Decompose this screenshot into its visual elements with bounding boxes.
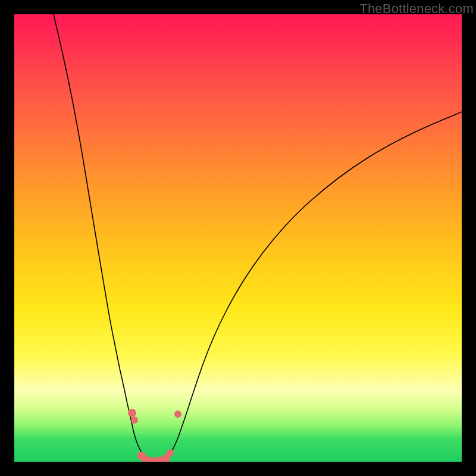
plot-gradient-background	[14, 14, 462, 462]
chart-frame	[14, 14, 462, 462]
watermark-text: TheBottleneck.com	[359, 1, 474, 17]
